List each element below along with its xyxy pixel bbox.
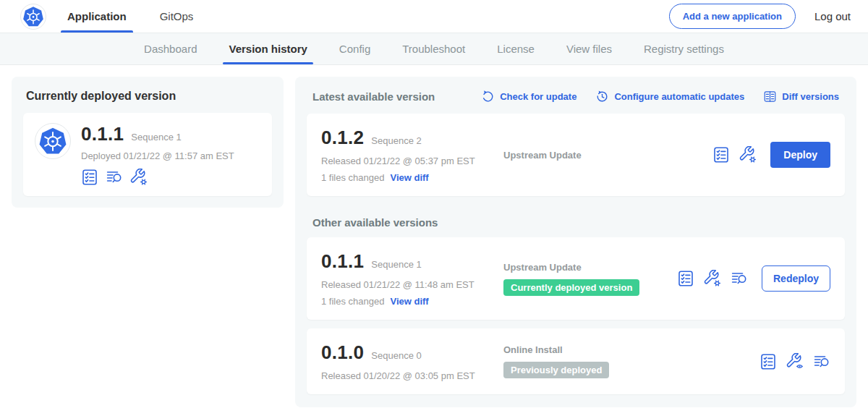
redeploy-button[interactable]: Redeploy: [762, 265, 830, 292]
version-info: 0.1.2 Sequence 2 Released 01/21/22 @ 05:…: [321, 127, 503, 183]
subnav-troubleshoot[interactable]: Troubleshoot: [402, 33, 465, 64]
tab-application[interactable]: Application: [65, 0, 129, 33]
kubernetes-logo: [20, 4, 46, 30]
release-notes-icon[interactable]: [760, 353, 777, 370]
kubernetes-app-icon: [35, 123, 71, 159]
subnav-dashboard[interactable]: Dashboard: [144, 33, 197, 64]
currently-deployed-card: Currently deployed version 0.1.1 Sequenc…: [12, 77, 284, 208]
version-sequence: Sequence 1: [371, 259, 421, 270]
deployed-version-card: 0.1.1 Sequence 1 Deployed 01/21/22 @ 11:…: [23, 113, 272, 196]
release-notes-icon[interactable]: [677, 270, 694, 287]
previously-deployed-badge: Previously deployed: [503, 362, 609, 378]
deployed-version-details: 0.1.1 Sequence 1 Deployed 01/21/22 @ 11:…: [81, 123, 234, 186]
header-tabs: Application GitOps: [65, 0, 195, 33]
diff-icon: [763, 90, 777, 103]
preflight-icon[interactable]: [106, 169, 123, 186]
subnav-license[interactable]: License: [497, 33, 535, 64]
version-row-0-1-1: 0.1.1 Sequence 1 Released 01/21/22 @ 11:…: [307, 237, 845, 320]
add-application-button[interactable]: Add a new application: [669, 4, 796, 29]
tab-gitops-label: GitOps: [160, 10, 194, 22]
version-number: 0.1.0: [321, 341, 364, 364]
version-row-0-1-0: 0.1.0 Sequence 0 Released 01/20/22 @ 03:…: [307, 328, 845, 394]
subnav-config[interactable]: Config: [339, 33, 370, 64]
auto-update-icon: [595, 90, 609, 103]
subnav-config-label: Config: [339, 43, 370, 55]
preflight-icon[interactable]: [731, 270, 748, 287]
version-number: 0.1.1: [321, 250, 364, 273]
tab-gitops[interactable]: GitOps: [158, 0, 196, 33]
released-timestamp: Released 01/20/22 @ 03:05 pm EST: [321, 370, 503, 381]
deployed-version-number: 0.1.1: [81, 123, 124, 145]
panel-actions: Check for update Configure automatic upd…: [481, 90, 839, 103]
edit-config-icon[interactable]: [130, 169, 148, 186]
subnav-registry-settings[interactable]: Registry settings: [644, 33, 724, 64]
latest-available-title: Latest available version: [312, 90, 435, 103]
subnav-registry-settings-label: Registry settings: [644, 43, 724, 55]
version-source-col: Online Install Previously deployed: [503, 344, 760, 378]
subnav-troubleshoot-label: Troubleshoot: [402, 43, 465, 55]
files-changed: 1 files changed: [321, 296, 384, 307]
main-content: Currently deployed version 0.1.1 Sequenc…: [0, 65, 868, 408]
version-sequence: Sequence 2: [371, 135, 421, 146]
version-actions: Redeploy: [677, 265, 830, 292]
app-subnav: Dashboard Version history Config Trouble…: [0, 33, 868, 65]
preflight-icon[interactable]: [813, 353, 830, 370]
configure-automatic-updates-link[interactable]: Configure automatic updates: [595, 90, 744, 103]
app-header: Application GitOps Add a new application…: [0, 0, 868, 33]
version-info: 0.1.1 Sequence 1 Released 01/21/22 @ 11:…: [321, 250, 503, 307]
diff-versions-label: Diff versions: [782, 91, 839, 102]
release-notes-icon[interactable]: [81, 169, 98, 186]
release-notes-icon[interactable]: [712, 146, 730, 163]
version-actions: [760, 353, 830, 370]
deploy-button[interactable]: Deploy: [770, 142, 830, 168]
version-source: Online Install: [503, 344, 760, 355]
currently-deployed-badge: Currently deployed version: [503, 279, 639, 296]
edit-config-icon[interactable]: [739, 146, 757, 163]
files-changed: 1 files changed: [321, 172, 384, 183]
diff-versions-link[interactable]: Diff versions: [763, 90, 839, 103]
currently-deployed-title: Currently deployed version: [26, 90, 272, 103]
version-row-0-1-2: 0.1.2 Sequence 2 Released 01/21/22 @ 05:…: [307, 114, 845, 196]
version-source-col: Upstream Update Currently deployed versi…: [503, 262, 677, 296]
check-for-update-label: Check for update: [500, 91, 576, 102]
subnav-dashboard-label: Dashboard: [144, 43, 197, 55]
version-number: 0.1.2: [321, 127, 364, 149]
version-source: Upstream Update: [503, 150, 712, 161]
version-history-panel: Latest available version Check for updat…: [295, 77, 856, 407]
subnav-view-files-label: View files: [566, 43, 612, 55]
subnav-version-history-label: Version history: [229, 43, 307, 55]
deployed-timestamp: Deployed 01/21/22 @ 11:57 am EST: [81, 150, 234, 161]
view-diff-link[interactable]: View diff: [390, 296, 428, 307]
version-sequence: Sequence 0: [371, 350, 421, 361]
subnav-license-label: License: [497, 43, 535, 55]
refresh-icon: [481, 90, 495, 103]
check-for-update-link[interactable]: Check for update: [481, 90, 576, 103]
version-source: Upstream Update: [503, 262, 677, 273]
edit-config-icon[interactable]: [704, 270, 721, 287]
configure-automatic-updates-label: Configure automatic updates: [614, 91, 744, 102]
view-config-icon[interactable]: [786, 353, 804, 370]
other-versions-title: Other available versions: [312, 216, 839, 229]
version-actions: Deploy: [712, 142, 830, 168]
version-source-col: Upstream Update: [503, 150, 712, 161]
tab-application-label: Application: [67, 10, 127, 22]
version-info: 0.1.0 Sequence 0 Released 01/20/22 @ 03:…: [321, 341, 503, 381]
subnav-version-history[interactable]: Version history: [229, 33, 307, 64]
subnav-view-files[interactable]: View files: [566, 33, 612, 64]
released-timestamp: Released 01/21/22 @ 11:48 am EST: [321, 279, 503, 290]
logout-button[interactable]: Log out: [814, 10, 851, 22]
released-timestamp: Released 01/21/22 @ 05:37 pm EST: [321, 156, 503, 166]
deployed-sequence: Sequence 1: [131, 132, 181, 143]
view-diff-link[interactable]: View diff: [390, 172, 428, 183]
